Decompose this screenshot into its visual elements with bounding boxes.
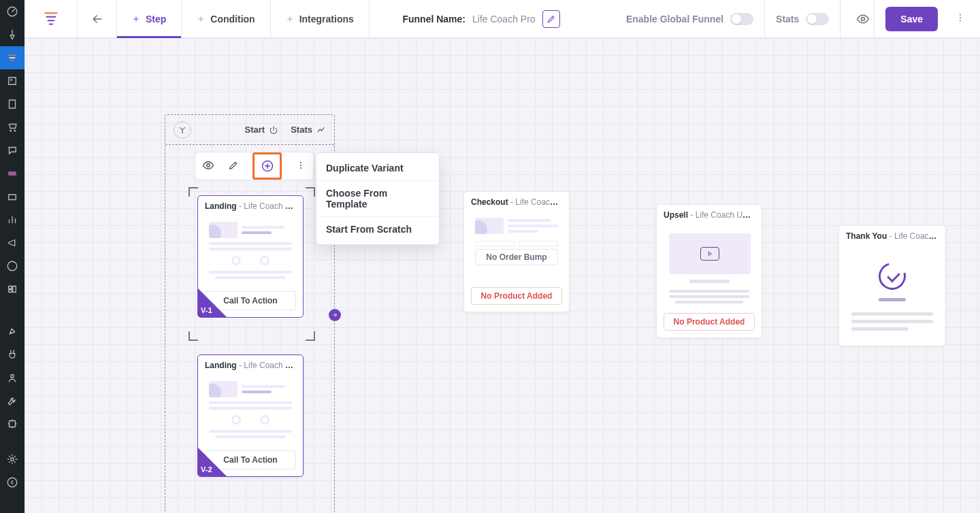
stats-label: Stats	[776, 14, 799, 24]
svg-point-11	[7, 261, 17, 271]
sidebar-item-elementor[interactable]	[0, 254, 24, 278]
variant-view-button[interactable]	[202, 159, 214, 173]
play-icon	[706, 250, 713, 257]
variant-card-v2[interactable]: Landing - Life Coach Lan… Call To Action…	[197, 354, 304, 477]
svg-rect-4	[9, 78, 16, 85]
sidebar-item-woo[interactable]	[0, 162, 24, 185]
funnel-name-label: Funnel Name:	[402, 14, 466, 24]
menu-duplicate-variant[interactable]: Duplicate Variant	[316, 156, 439, 181]
pencil-icon	[546, 14, 556, 24]
preview-image-placeholder	[209, 381, 238, 397]
sidebar-item-plugins[interactable]	[0, 343, 24, 366]
svg-point-14	[11, 458, 14, 461]
sidebar-item-settings[interactable]	[0, 412, 24, 435]
variant-more-button[interactable]	[295, 160, 306, 173]
svg-point-19	[960, 20, 961, 21]
step-card-thankyou[interactable]: Thank You - Life Coach Tha…	[838, 225, 946, 346]
funnel-logo-icon	[42, 10, 60, 28]
svg-point-12	[11, 375, 14, 378]
arrow-left-icon	[91, 12, 104, 26]
step-card-checkout[interactable]: Checkout - Life Coach Ch… No Order Bump …	[463, 191, 570, 312]
more-vertical-icon	[295, 160, 306, 171]
variant-card-v1[interactable]: Landing - Life Coach Lan… Call To Action…	[197, 195, 304, 318]
group-start-label: Start	[245, 125, 265, 135]
global-funnel-toggle[interactable]	[730, 13, 753, 25]
svg-point-8	[14, 131, 16, 132]
back-button[interactable]	[78, 0, 117, 37]
menu-choose-template[interactable]: Choose From Template	[316, 181, 439, 217]
tab-integrations[interactable]: Integrations	[271, 0, 370, 37]
step-name: - Life Coach Up…	[690, 210, 755, 220]
plus-icon	[286, 15, 294, 23]
sidebar-item-products[interactable]	[0, 185, 24, 208]
step-type: Landing	[205, 361, 237, 370]
preview-button[interactable]	[851, 0, 875, 38]
step-name: - Life Coach Ch…	[510, 197, 569, 207]
sidebar-item-pages[interactable]	[0, 93, 24, 116]
topbar-more-button[interactable]	[949, 12, 972, 26]
sidebar-item-analytics[interactable]	[0, 208, 24, 231]
save-button[interactable]: Save	[885, 7, 938, 31]
topbar: Step Condition Integrations Funnel Name:…	[24, 0, 980, 38]
step-type: Thank You	[846, 231, 887, 241]
variant-toolbar	[195, 152, 314, 180]
sidebar-item-tools[interactable]	[0, 389, 24, 412]
sidebar-item-collapse[interactable]	[0, 471, 24, 494]
sidebar-item-cart[interactable]	[0, 116, 24, 139]
variant-badge: V-1	[198, 280, 235, 317]
sidebar-item-funnel[interactable]	[0, 46, 24, 69]
eye-icon	[856, 12, 870, 26]
global-funnel-label: Enable Global Funnel	[626, 14, 723, 24]
no-product-badge[interactable]: No Product Added	[664, 313, 755, 331]
variant-edit-button[interactable]	[228, 160, 239, 173]
svg-point-7	[10, 131, 12, 132]
tab-condition[interactable]: Condition	[182, 0, 270, 37]
sidebar-item-comments[interactable]	[0, 139, 24, 162]
canvas[interactable]: Start Stats	[24, 38, 980, 513]
svg-rect-2	[10, 57, 16, 59]
sidebar-item-gear[interactable]	[0, 448, 24, 471]
plus-icon	[132, 15, 140, 23]
variant-add-button[interactable]	[252, 152, 282, 180]
step-name: - Life Coach Lan…	[239, 361, 303, 370]
sidebar-item-media[interactable]	[0, 69, 24, 93]
preview-image-placeholder	[475, 218, 504, 234]
group-start-button[interactable]: Start	[245, 125, 279, 135]
eye-icon	[202, 159, 214, 171]
plus-circle-icon	[261, 159, 274, 173]
plus-icon	[197, 15, 205, 23]
funnel-name-value: Life Coach Pro	[472, 14, 536, 24]
split-icon[interactable]	[174, 121, 191, 139]
app-brand[interactable]	[24, 0, 78, 37]
order-bump-button[interactable]: No Order Bump	[475, 249, 558, 265]
stats-toggle[interactable]	[806, 13, 829, 25]
sidebar-item-pin[interactable]	[0, 23, 24, 46]
variant-badge: V-2	[198, 440, 235, 476]
variant-add-menu: Duplicate Variant Choose From Template S…	[316, 152, 440, 245]
tab-label: Integrations	[299, 14, 354, 24]
step-type: Landing	[205, 201, 237, 211]
svg-rect-1	[8, 55, 16, 56]
sidebar-item-marketing[interactable]	[0, 231, 24, 254]
svg-point-16	[861, 17, 864, 20]
no-product-badge[interactable]: No Product Added	[471, 287, 562, 305]
svg-rect-9	[8, 171, 16, 176]
svg-point-25	[300, 165, 301, 166]
sidebar-item-templates[interactable]	[0, 278, 24, 301]
menu-start-scratch[interactable]: Start From Scratch	[316, 217, 439, 242]
svg-rect-10	[9, 195, 16, 200]
sidebar-item-users[interactable]	[0, 366, 24, 389]
connector-port[interactable]	[329, 309, 341, 321]
sidebar-item-dashboard[interactable]	[0, 0, 24, 23]
more-vertical-icon	[954, 12, 966, 24]
power-icon	[269, 125, 278, 135]
svg-point-17	[960, 14, 961, 15]
tab-step[interactable]: Step	[117, 0, 182, 37]
sidebar-item-appearance[interactable]	[0, 320, 24, 343]
edit-name-button[interactable]	[542, 10, 560, 28]
step-card-upsell[interactable]: Upsell - Life Coach Up… No Product Added	[656, 204, 762, 338]
svg-point-26	[300, 167, 301, 169]
svg-rect-6	[10, 100, 16, 108]
svg-rect-13	[10, 421, 16, 427]
group-stats-button[interactable]: Stats	[291, 125, 326, 135]
